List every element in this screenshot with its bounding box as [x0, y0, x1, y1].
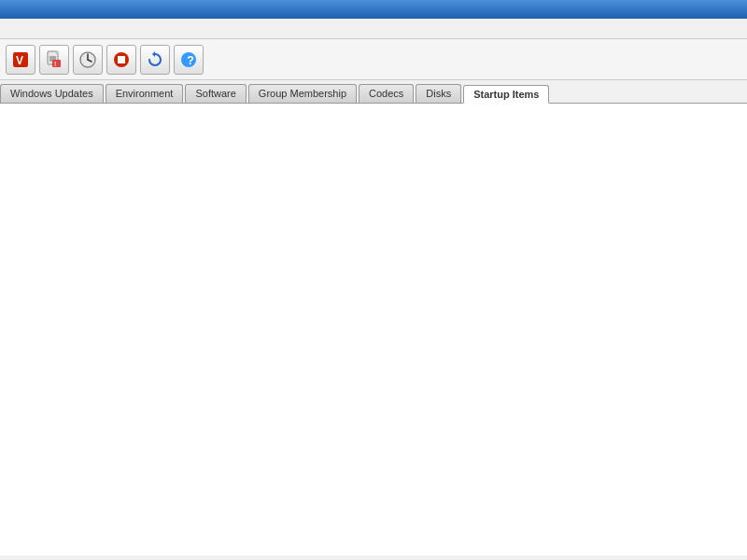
tab-group[interactable]: Group Membership	[248, 84, 357, 103]
svg-text:?: ?	[187, 53, 194, 67]
toolbar-btn-1[interactable]: V	[6, 45, 35, 75]
toolbar-btn-2[interactable]: !	[39, 45, 69, 75]
svg-marker-14	[152, 51, 155, 57]
menu-reporting[interactable]	[4, 27, 11, 31]
tab-updates[interactable]: Windows Updates	[0, 84, 104, 103]
svg-text:V: V	[16, 54, 23, 67]
toolbar-btn-refresh[interactable]	[140, 45, 170, 75]
tab-codecs[interactable]: Codecs	[359, 84, 414, 103]
svg-rect-13	[118, 56, 125, 63]
title-bar	[0, 0, 747, 19]
tab-startup[interactable]: Startup Items	[463, 85, 549, 104]
tab-disks[interactable]: Disks	[416, 84, 461, 103]
tabs: Windows UpdatesEnvironmentSoftwareGroup …	[0, 80, 747, 104]
toolbar-btn-3[interactable]	[73, 45, 103, 75]
toolbar: V !	[0, 39, 747, 80]
menu-help[interactable]	[22, 27, 30, 31]
tab-environment[interactable]: Environment	[106, 84, 184, 103]
toolbar-btn-help[interactable]: ?	[174, 45, 204, 75]
toolbar-btn-4[interactable]	[106, 45, 136, 75]
tab-software[interactable]: Software	[185, 84, 246, 103]
menu-bar	[0, 19, 747, 39]
svg-text:!: !	[54, 61, 56, 67]
table-container[interactable]	[0, 104, 747, 555]
